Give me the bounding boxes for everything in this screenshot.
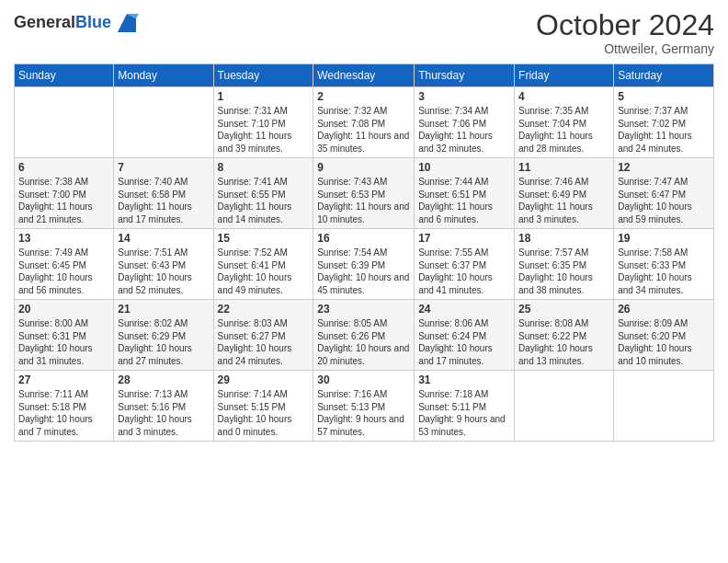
day-number: 13 bbox=[18, 232, 109, 245]
calendar-cell bbox=[515, 371, 614, 442]
day-info: Sunrise: 8:05 AM Sunset: 6:26 PM Dayligh… bbox=[317, 317, 410, 367]
calendar-week-2: 6Sunrise: 7:38 AM Sunset: 7:00 PM Daylig… bbox=[15, 158, 714, 229]
calendar-cell: 27Sunrise: 7:11 AM Sunset: 5:18 PM Dayli… bbox=[15, 371, 114, 442]
day-info: Sunrise: 8:02 AM Sunset: 6:29 PM Dayligh… bbox=[118, 317, 209, 367]
calendar-cell: 12Sunrise: 7:47 AM Sunset: 6:47 PM Dayli… bbox=[614, 158, 714, 229]
day-number: 29 bbox=[218, 373, 310, 386]
day-info: Sunrise: 7:47 AM Sunset: 6:47 PM Dayligh… bbox=[618, 176, 710, 225]
calendar-cell: 14Sunrise: 7:51 AM Sunset: 6:43 PM Dayli… bbox=[114, 229, 213, 300]
logo-text: GeneralBlue bbox=[14, 14, 111, 32]
day-number: 27 bbox=[18, 373, 109, 386]
calendar-page: GeneralBlue October 2024 Ottweiler, Germ… bbox=[0, 0, 728, 563]
day-number: 14 bbox=[118, 232, 209, 245]
calendar-cell: 29Sunrise: 7:14 AM Sunset: 5:15 PM Dayli… bbox=[213, 371, 313, 442]
header-tuesday: Tuesday bbox=[213, 64, 313, 87]
day-number: 30 bbox=[317, 373, 410, 386]
day-info: Sunrise: 7:55 AM Sunset: 6:37 PM Dayligh… bbox=[418, 247, 510, 296]
calendar-cell: 11Sunrise: 7:46 AM Sunset: 6:49 PM Dayli… bbox=[515, 158, 614, 229]
calendar-week-3: 13Sunrise: 7:49 AM Sunset: 6:45 PM Dayli… bbox=[15, 229, 714, 300]
day-info: Sunrise: 7:54 AM Sunset: 6:39 PM Dayligh… bbox=[317, 247, 410, 296]
day-number: 9 bbox=[317, 161, 410, 174]
day-info: Sunrise: 7:52 AM Sunset: 6:41 PM Dayligh… bbox=[218, 247, 310, 296]
calendar-cell: 26Sunrise: 8:09 AM Sunset: 6:20 PM Dayli… bbox=[614, 300, 714, 371]
day-number: 25 bbox=[518, 303, 609, 316]
day-number: 20 bbox=[18, 303, 109, 316]
day-number: 15 bbox=[218, 232, 310, 245]
day-info: Sunrise: 7:34 AM Sunset: 7:06 PM Dayligh… bbox=[418, 105, 510, 155]
day-number: 10 bbox=[418, 161, 510, 174]
day-info: Sunrise: 7:51 AM Sunset: 6:43 PM Dayligh… bbox=[118, 247, 209, 296]
calendar-cell bbox=[614, 371, 714, 442]
calendar-cell: 30Sunrise: 7:16 AM Sunset: 5:13 PM Dayli… bbox=[313, 371, 415, 442]
day-info: Sunrise: 7:16 AM Sunset: 5:13 PM Dayligh… bbox=[317, 388, 410, 438]
day-info: Sunrise: 7:44 AM Sunset: 6:51 PM Dayligh… bbox=[418, 176, 510, 225]
day-info: Sunrise: 7:37 AM Sunset: 7:02 PM Dayligh… bbox=[618, 105, 710, 155]
calendar-cell: 6Sunrise: 7:38 AM Sunset: 7:00 PM Daylig… bbox=[15, 158, 114, 229]
calendar-cell bbox=[114, 87, 213, 158]
calendar-cell: 8Sunrise: 7:41 AM Sunset: 6:55 PM Daylig… bbox=[213, 158, 313, 229]
day-number: 24 bbox=[418, 303, 510, 316]
day-info: Sunrise: 7:46 AM Sunset: 6:49 PM Dayligh… bbox=[518, 176, 609, 225]
day-info: Sunrise: 7:14 AM Sunset: 5:15 PM Dayligh… bbox=[218, 388, 310, 438]
day-info: Sunrise: 7:11 AM Sunset: 5:18 PM Dayligh… bbox=[18, 388, 109, 438]
calendar-cell: 9Sunrise: 7:43 AM Sunset: 6:53 PM Daylig… bbox=[313, 158, 415, 229]
day-number: 3 bbox=[418, 90, 510, 103]
header-monday: Monday bbox=[114, 64, 213, 87]
calendar-header-row: Sunday Monday Tuesday Wednesday Thursday… bbox=[15, 64, 714, 87]
header: GeneralBlue October 2024 Ottweiler, Germ… bbox=[14, 9, 714, 56]
day-info: Sunrise: 7:57 AM Sunset: 6:35 PM Dayligh… bbox=[518, 247, 609, 296]
logo-general: General bbox=[14, 13, 75, 31]
day-number: 7 bbox=[118, 161, 209, 174]
calendar-cell: 24Sunrise: 8:06 AM Sunset: 6:24 PM Dayli… bbox=[415, 300, 515, 371]
day-number: 6 bbox=[18, 161, 109, 174]
day-number: 23 bbox=[317, 303, 410, 316]
day-info: Sunrise: 7:31 AM Sunset: 7:10 PM Dayligh… bbox=[218, 105, 310, 155]
day-number: 5 bbox=[618, 90, 710, 103]
calendar-week-4: 20Sunrise: 8:00 AM Sunset: 6:31 PM Dayli… bbox=[15, 300, 714, 371]
day-info: Sunrise: 7:58 AM Sunset: 6:33 PM Dayligh… bbox=[618, 247, 710, 296]
day-number: 17 bbox=[418, 232, 510, 245]
day-number: 4 bbox=[518, 90, 609, 103]
calendar-cell: 31Sunrise: 7:18 AM Sunset: 5:11 PM Dayli… bbox=[415, 371, 515, 442]
day-number: 21 bbox=[118, 303, 209, 316]
calendar-week-1: 1Sunrise: 7:31 AM Sunset: 7:10 PM Daylig… bbox=[15, 87, 714, 158]
calendar-cell bbox=[15, 87, 114, 158]
day-number: 16 bbox=[317, 232, 410, 245]
month-title: October 2024 bbox=[536, 9, 714, 41]
calendar-cell: 22Sunrise: 8:03 AM Sunset: 6:27 PM Dayli… bbox=[213, 300, 313, 371]
header-thursday: Thursday bbox=[415, 64, 515, 87]
calendar-cell: 2Sunrise: 7:32 AM Sunset: 7:08 PM Daylig… bbox=[313, 87, 415, 158]
calendar-cell: 18Sunrise: 7:57 AM Sunset: 6:35 PM Dayli… bbox=[515, 229, 614, 300]
day-info: Sunrise: 8:00 AM Sunset: 6:31 PM Dayligh… bbox=[18, 317, 109, 367]
location: Ottweiler, Germany bbox=[536, 41, 714, 56]
day-number: 11 bbox=[518, 161, 609, 174]
calendar-cell: 1Sunrise: 7:31 AM Sunset: 7:10 PM Daylig… bbox=[213, 87, 313, 158]
calendar-cell: 17Sunrise: 7:55 AM Sunset: 6:37 PM Dayli… bbox=[415, 229, 515, 300]
day-number: 18 bbox=[518, 232, 609, 245]
calendar-cell: 23Sunrise: 8:05 AM Sunset: 6:26 PM Dayli… bbox=[313, 300, 415, 371]
day-number: 31 bbox=[418, 373, 510, 386]
title-area: October 2024 Ottweiler, Germany bbox=[536, 9, 714, 56]
day-info: Sunrise: 8:03 AM Sunset: 6:27 PM Dayligh… bbox=[218, 317, 310, 367]
header-friday: Friday bbox=[515, 64, 614, 87]
calendar-cell: 3Sunrise: 7:34 AM Sunset: 7:06 PM Daylig… bbox=[415, 87, 515, 158]
day-info: Sunrise: 7:40 AM Sunset: 6:58 PM Dayligh… bbox=[118, 176, 209, 225]
calendar-cell: 28Sunrise: 7:13 AM Sunset: 5:16 PM Dayli… bbox=[114, 371, 213, 442]
day-info: Sunrise: 8:06 AM Sunset: 6:24 PM Dayligh… bbox=[418, 317, 510, 367]
calendar-cell: 16Sunrise: 7:54 AM Sunset: 6:39 PM Dayli… bbox=[313, 229, 415, 300]
header-sunday: Sunday bbox=[15, 64, 114, 87]
day-number: 26 bbox=[618, 303, 710, 316]
calendar-cell: 5Sunrise: 7:37 AM Sunset: 7:02 PM Daylig… bbox=[614, 87, 714, 158]
calendar-cell: 10Sunrise: 7:44 AM Sunset: 6:51 PM Dayli… bbox=[415, 158, 515, 229]
calendar-table: Sunday Monday Tuesday Wednesday Thursday… bbox=[14, 63, 714, 442]
calendar-week-5: 27Sunrise: 7:11 AM Sunset: 5:18 PM Dayli… bbox=[15, 371, 714, 442]
day-info: Sunrise: 7:18 AM Sunset: 5:11 PM Dayligh… bbox=[418, 388, 510, 438]
day-number: 12 bbox=[618, 161, 710, 174]
day-number: 2 bbox=[317, 90, 410, 103]
day-number: 22 bbox=[218, 303, 310, 316]
calendar-cell: 4Sunrise: 7:35 AM Sunset: 7:04 PM Daylig… bbox=[515, 87, 614, 158]
calendar-cell: 15Sunrise: 7:52 AM Sunset: 6:41 PM Dayli… bbox=[213, 229, 313, 300]
calendar-cell: 20Sunrise: 8:00 AM Sunset: 6:31 PM Dayli… bbox=[15, 300, 114, 371]
day-info: Sunrise: 7:32 AM Sunset: 7:08 PM Dayligh… bbox=[317, 105, 410, 155]
day-info: Sunrise: 7:43 AM Sunset: 6:53 PM Dayligh… bbox=[317, 176, 410, 225]
